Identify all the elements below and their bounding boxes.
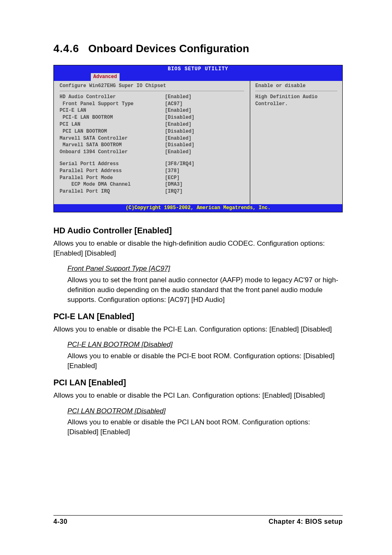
bios-setting-label: PCI-E LAN [60,107,165,114]
page-footer: 4-30 Chapter 4: BIOS setup [53,515,343,526]
bios-help-text: High Definition Audio Controller. [255,94,337,108]
bios-setting-label: Parallel Port Address [60,168,165,175]
bios-screenshot: BIOS SETUP UTILITY Advanced Configure Wi… [53,65,343,212]
sub-item: Front Panel Support Type [AC97]Allows yo… [67,264,343,304]
page-number: 4-30 [53,517,67,526]
bios-setting-row: PCI-E LAN[Enabled] [60,107,244,114]
bios-setting-row: Parallel Port IRQ[IRQ7] [60,188,244,195]
bios-setting-value: [Enabled] [165,94,191,101]
chapter-name: Chapter 4: BIOS setup [269,517,343,526]
bios-title: BIOS SETUP UTILITY [54,65,342,73]
subsection-heading: PCI-E LAN [Enabled] [53,311,343,322]
bios-setting-row: ECP Mode DMA Channel[DMA3] [60,181,244,188]
bios-setting-label: Marvell SATA Controller [60,135,165,142]
sub-item-body: Allows you to set the front panel audio … [67,275,343,304]
bios-setting-value: [378] [165,168,180,175]
sub-item-title: PCI-E LAN BOOTROM [Disabled] [67,340,343,350]
bios-setting-value: [DMA3] [165,181,182,188]
bios-setting-label: Front Panel Support Type [60,101,165,108]
bios-setting-label: ECP Mode DMA Channel [60,181,165,188]
bios-setting-row: PCI LAN BOOTROM[Disabled] [60,128,244,135]
bios-setting-value: [Disabled] [165,114,194,121]
bios-setting-row: PCI LAN[Enabled] [60,121,244,128]
section-heading: 4.4.6 Onboard Devices Configuration [53,41,343,56]
bios-setting-value: [Disabled] [165,142,194,149]
subsection-heading: HD Audio Controller [Enabled] [53,225,343,236]
bios-setting-row: Marvell SATA BOOTROM[Disabled] [60,142,244,149]
bios-setting-value: [IRQ7] [165,188,182,195]
sub-item-title: Front Panel Support Type [AC97] [67,264,343,274]
bios-right-header: Enable or disable [255,83,305,90]
bios-setting-value: [Enabled] [165,135,191,142]
bios-setting-row: PCI-E LAN BOOTROM[Disabled] [60,114,244,121]
bios-setting-value: [ECP] [165,175,180,182]
bios-tab-advanced: Advanced [91,73,120,81]
subsection-body: Allows you to enable or disable the high… [53,239,343,258]
bios-settings-group1: HD Audio Controller[Enabled] Front Panel… [60,94,244,156]
bios-setting-label: PCI LAN BOOTROM [60,128,165,135]
subsection-body: Allows you to enable or disable the PCI-… [53,325,343,334]
bios-setting-label: Onboard 1394 Controller [60,149,165,156]
bios-setting-value: [Enabled] [165,121,191,128]
bios-settings-group2: Serial Port1 Address[3F8/IRQ4]Parallel P… [60,161,244,195]
section-number: 4.4.6 [53,41,79,56]
subsection-heading: PCI LAN [Enabled] [53,377,343,388]
bios-setting-label: PCI-E LAN BOOTROM [60,114,165,121]
bios-setting-label: Parallel Port Mode [60,175,165,182]
bios-copyright: (C)Copyright 1985-2002, American Megatre… [54,204,342,212]
sub-item: PCI LAN BOOTROM [Disabled]Allows you to … [67,406,343,437]
sub-item-body: Allows you to enable or disable the PCI … [67,417,343,437]
bios-setting-value: [Enabled] [165,149,191,156]
subsection-body: Allows you to enable or disable the PCI … [53,391,343,401]
bios-setting-row: Parallel Port Mode[ECP] [60,175,244,182]
bios-setting-value: [AC97] [165,101,182,108]
bios-setting-label: Marvell SATA BOOTROM [60,142,165,149]
bios-tab-row: Advanced [54,73,342,81]
bios-left-header: Configure Win627EHG Super IO Chipset [60,83,244,90]
sub-item-body: Allows you to enable or disable the PCI-… [67,351,343,371]
sub-item-title: PCI LAN BOOTROM [Disabled] [67,406,343,416]
bios-setting-row: Serial Port1 Address[3F8/IRQ4] [60,161,244,168]
bios-setting-row: HD Audio Controller[Enabled] [60,94,244,101]
bios-setting-row: Front Panel Support Type[AC97] [60,101,244,108]
section-title: Onboard Devices Configuration [88,41,249,56]
bios-setting-label: HD Audio Controller [60,94,165,101]
bios-setting-value: [3F8/IRQ4] [165,161,194,168]
sub-item: PCI-E LAN BOOTROM [Disabled]Allows you t… [67,340,343,371]
bios-setting-value: [Enabled] [165,107,191,114]
bios-setting-row: Marvell SATA Controller[Enabled] [60,135,244,142]
bios-setting-label: PCI LAN [60,121,165,128]
bios-setting-row: Parallel Port Address[378] [60,168,244,175]
bios-setting-label: Serial Port1 Address [60,161,165,168]
bios-setting-label: Parallel Port IRQ [60,188,165,195]
bios-setting-row: Onboard 1394 Controller[Enabled] [60,149,244,156]
bios-setting-value: [Disabled] [165,128,194,135]
